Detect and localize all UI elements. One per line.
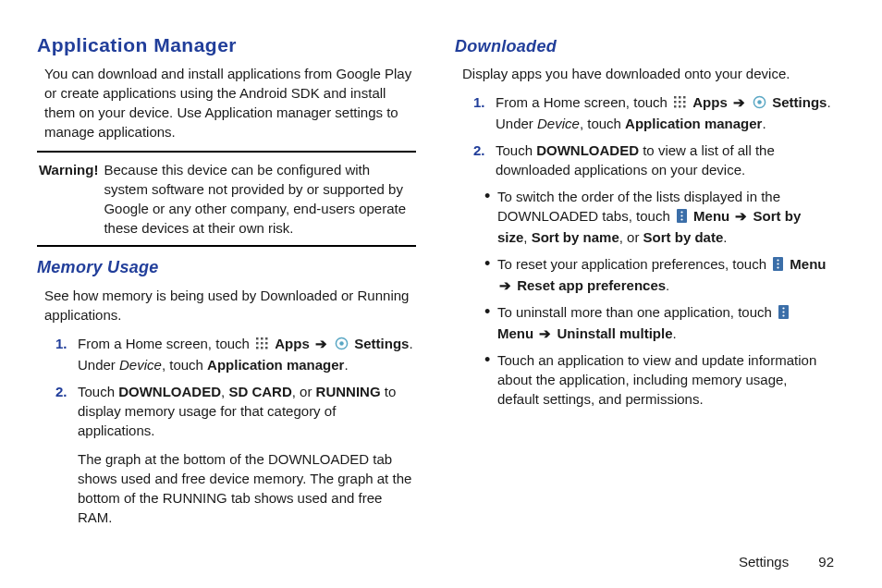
- text: , touch: [162, 357, 207, 373]
- sdcard-label: SD CARD: [228, 384, 291, 399]
- svg-point-31: [782, 308, 784, 310]
- warning-block: Warning! Because this device can be conf…: [37, 151, 416, 247]
- settings-label: Settings: [772, 94, 827, 110]
- svg-point-33: [782, 315, 784, 317]
- svg-rect-11: [674, 96, 677, 99]
- text: .: [666, 277, 669, 293]
- paragraph-memory-intro: See how memory is being used by Download…: [37, 286, 416, 325]
- menu-label: Menu: [497, 325, 533, 341]
- text: .: [344, 357, 348, 373]
- downloaded-label: DOWNLOADED: [536, 142, 639, 158]
- menu-label: Menu: [790, 256, 826, 272]
- text: From a Home screen, touch: [496, 94, 671, 110]
- text: , or: [292, 384, 316, 399]
- svg-rect-7: [261, 347, 263, 349]
- svg-point-23: [680, 212, 682, 214]
- list-item: Touch an application to view and update …: [497, 350, 834, 409]
- text: ,: [523, 229, 531, 245]
- svg-rect-12: [679, 96, 681, 99]
- warning-label: Warning!: [39, 160, 100, 238]
- paragraph-intro: You can download and install application…: [37, 64, 416, 141]
- text: Touch: [496, 142, 536, 158]
- svg-rect-19: [683, 105, 686, 108]
- sort-name-label: Sort by name: [532, 229, 619, 245]
- settings-gear-icon: [753, 94, 766, 114]
- svg-rect-15: [679, 101, 681, 104]
- device-label: Device: [119, 357, 162, 373]
- text: To uninstall more than one application, …: [497, 304, 776, 320]
- heading-memory-usage: Memory Usage: [37, 256, 416, 279]
- svg-point-29: [778, 267, 779, 269]
- list-item: To switch the order of the lists display…: [497, 187, 834, 247]
- svg-point-10: [339, 341, 344, 346]
- uninstall-label: Uninstall multiple: [557, 325, 673, 341]
- paragraph-downloaded-intro: Display apps you have downloaded onto yo…: [455, 64, 834, 83]
- svg-point-21: [757, 100, 762, 104]
- svg-rect-16: [683, 101, 686, 104]
- svg-rect-6: [256, 347, 259, 349]
- list-item: From a Home screen, touch Apps ➔ Setting…: [496, 92, 834, 133]
- svg-point-27: [778, 260, 779, 262]
- menu-dots-icon: [676, 208, 688, 227]
- footer-page-number: 92: [818, 552, 834, 571]
- device-label: Device: [537, 116, 580, 131]
- arrow-icon: ➔: [313, 336, 329, 351]
- arrow-icon: ➔: [537, 325, 553, 341]
- app-manager-label: Application manager: [625, 116, 762, 131]
- running-label: RUNNING: [316, 384, 381, 399]
- svg-rect-17: [674, 105, 677, 108]
- text: , or: [619, 229, 643, 245]
- svg-rect-13: [683, 96, 686, 99]
- svg-rect-5: [265, 342, 268, 345]
- svg-rect-3: [256, 342, 259, 345]
- apps-grid-icon: [673, 94, 687, 114]
- menu-dots-icon: [772, 256, 784, 276]
- svg-rect-4: [261, 342, 263, 345]
- apps-label: Apps: [275, 336, 310, 351]
- text: , touch: [580, 116, 625, 131]
- heading-app-manager: Application Manager: [37, 31, 416, 58]
- svg-rect-0: [256, 337, 259, 340]
- svg-rect-2: [265, 337, 268, 340]
- apps-grid-icon: [255, 336, 269, 355]
- list-item: Touch DOWNLOADED to view a list of all t…: [496, 141, 834, 179]
- reset-label: Reset app preferences: [517, 277, 666, 293]
- text: Touch an application to view and update …: [497, 352, 816, 407]
- heading-downloaded: Downloaded: [455, 35, 834, 58]
- list-item: To uninstall more than one application, …: [497, 302, 834, 343]
- settings-label: Settings: [354, 336, 409, 351]
- paragraph-graph: The graph at the bottom of the DOWNLOADE…: [37, 449, 416, 527]
- svg-point-28: [778, 263, 779, 265]
- footer-section: Settings: [739, 552, 789, 571]
- apps-label: Apps: [692, 94, 728, 110]
- text: .: [762, 116, 766, 131]
- text: To reset your application preferences, t…: [497, 256, 770, 272]
- svg-rect-8: [265, 347, 268, 349]
- menu-dots-icon: [778, 304, 790, 324]
- list-item: To reset your application preferences, t…: [497, 254, 834, 295]
- svg-point-24: [680, 215, 682, 217]
- app-manager-label: Application manager: [207, 357, 344, 373]
- list-item: From a Home screen, touch Apps ➔ Setting…: [78, 334, 416, 374]
- svg-rect-1: [261, 337, 263, 340]
- svg-point-25: [680, 219, 682, 221]
- warning-text: Because this device can be configured wi…: [104, 160, 412, 238]
- svg-rect-18: [679, 105, 681, 108]
- svg-point-32: [782, 312, 784, 313]
- settings-gear-icon: [335, 336, 349, 355]
- text: Touch: [78, 384, 118, 399]
- sort-date-label: Sort by date: [643, 229, 724, 245]
- arrow-icon: ➔: [497, 277, 513, 293]
- list-item: Touch DOWNLOADED, SD CARD, or RUNNING to…: [78, 382, 416, 440]
- arrow-icon: ➔: [733, 208, 749, 224]
- downloaded-label: DOWNLOADED: [118, 384, 221, 399]
- text: .: [723, 229, 727, 245]
- page-footer: Settings 92: [37, 546, 834, 571]
- arrow-icon: ➔: [731, 94, 747, 110]
- text: .: [673, 325, 677, 341]
- menu-label: Menu: [693, 208, 729, 224]
- text: From a Home screen, touch: [78, 336, 253, 351]
- svg-rect-14: [674, 101, 677, 104]
